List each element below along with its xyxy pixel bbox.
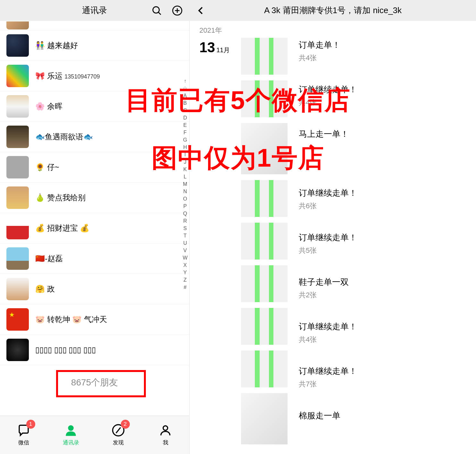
tab-label: 通讯录 [63, 439, 79, 446]
contact-list[interactable]: 👫 越来越好 🎀 乐运 13510947709🌸 余晖 🐟鱼遇雨欲语🐟 🌻 仔~… [0, 21, 189, 416]
index-letter[interactable]: P [183, 204, 187, 209]
date-month: 11月 [216, 46, 230, 54]
index-letter[interactable]: Q [183, 211, 187, 216]
moments-feed[interactable]: 2021年 1311月 订单走单！共4张订单继续走单！共4张马上走一单！订单继续… [190, 21, 476, 454]
post-content[interactable]: 订单走单！共4张 [299, 38, 466, 77]
post-thumb[interactable] [241, 308, 291, 345]
tab-me[interactable]: 我 [142, 416, 189, 454]
avatar [6, 95, 29, 118]
index-letter[interactable]: V [183, 248, 187, 253]
index-letter[interactable]: D [183, 115, 187, 120]
badge: 1 [26, 420, 35, 429]
post-image-count: 共4张 [299, 98, 466, 107]
index-letter[interactable]: X [183, 263, 187, 268]
index-letter[interactable]: W [183, 255, 188, 260]
contact-name: 🤗 政 [35, 284, 183, 294]
contact-item[interactable]: 🐟鱼遇雨欲语🐟 [0, 122, 189, 152]
index-letter[interactable]: A [183, 93, 187, 98]
avatar [6, 21, 29, 29]
tab-label: 发现 [113, 439, 124, 446]
contact-name: 🐟鱼遇雨欲语🐟 [35, 132, 183, 142]
index-letter[interactable]: G [183, 137, 187, 143]
contact-item[interactable]: 🤗 政 [0, 274, 189, 304]
tab-chats[interactable]: 微信1 [0, 416, 47, 454]
index-letter[interactable]: N [183, 189, 187, 194]
contact-item[interactable]: 🇨🇳-赵磊 [0, 244, 189, 274]
back-icon[interactable] [196, 6, 206, 15]
index-letter[interactable]: R [183, 219, 187, 224]
index-letter[interactable]: Z [184, 277, 187, 283]
index-letter[interactable]: F [184, 130, 187, 135]
post-thumb[interactable] [241, 38, 291, 75]
contact-item[interactable] [0, 21, 189, 30]
post-content[interactable]: 订单继续走单！共7张 [299, 364, 466, 403]
index-letter[interactable]: ↑ [184, 78, 186, 84]
post-text: 订单继续走单！ [299, 230, 466, 243]
svg-point-0 [153, 6, 159, 13]
post-image-count: 共5张 [299, 246, 466, 255]
post-content[interactable]: 订单继续走单！共6张 [299, 186, 466, 225]
post-content[interactable]: 鞋子走单一双共2张 [299, 275, 466, 314]
post-content[interactable]: 马上走一单！ [299, 127, 466, 180]
contact-name: 🐷 转乾坤 🐷 气冲天 [35, 314, 183, 325]
post-text: 棉服走一单 [299, 409, 466, 421]
avatar [6, 308, 29, 331]
contact-item[interactable]: 🌻 仔~ [0, 152, 189, 183]
badge: 2 [121, 420, 130, 429]
alpha-index[interactable]: ↑☆ABCDEFGHIJKLMNOPQRSTUVWXYZ# [183, 78, 188, 290]
index-letter[interactable]: M [183, 182, 187, 187]
avatar [6, 278, 29, 300]
contact-item[interactable]: 🐷 转乾坤 🐷 气冲天 [0, 304, 189, 335]
svg-line-1 [159, 12, 161, 14]
post-text-column: 订单走单！共4张订单继续走单！共4张马上走一单！订单继续走单！共6张订单继续走单… [291, 38, 466, 454]
post-thumb[interactable] [241, 223, 291, 260]
index-letter[interactable]: J [184, 160, 186, 165]
post-thumb[interactable] [241, 393, 291, 444]
contact-item[interactable]: 💰 招财进宝 💰 [0, 213, 189, 244]
post-content[interactable]: 订单继续走单！共4张 [299, 319, 466, 358]
friend-count: 8675个朋友 [71, 376, 118, 389]
index-letter[interactable]: T [184, 233, 187, 238]
post-thumb[interactable] [241, 123, 291, 174]
add-icon[interactable] [172, 5, 183, 16]
index-letter[interactable]: C [183, 108, 187, 113]
post-thumb[interactable] [241, 80, 291, 117]
thumbnail-image [241, 393, 288, 444]
index-letter[interactable]: U [183, 241, 187, 246]
avatar [6, 247, 29, 270]
contact-item[interactable]: 🍐 赞点我给别 [0, 183, 189, 213]
post-content[interactable]: 订单继续走单！共4张 [299, 82, 466, 121]
contact-item[interactable]: ▯▯▯▯ ▯▯▯ ▯▯▯ ▯▯▯ [0, 335, 189, 365]
index-letter[interactable]: ☆ [183, 86, 187, 91]
thumbnail-image [241, 265, 288, 302]
contact-item[interactable]: 🎀 乐运 13510947709 [0, 61, 189, 91]
post-thumb[interactable] [241, 265, 291, 302]
index-letter[interactable]: K [183, 167, 187, 172]
post-content[interactable]: 棉服走一单 [299, 409, 466, 454]
index-letter[interactable]: B [183, 101, 187, 106]
contacts-header: 通讯录 [0, 0, 189, 21]
index-letter[interactable]: I [184, 152, 186, 157]
tab-contacts[interactable]: 通讯录 [47, 416, 95, 454]
contact-item[interactable]: 🌸 余晖 [0, 91, 189, 122]
index-letter[interactable]: E [183, 123, 187, 128]
feed-day-row: 1311月 订单走单！共4张订单继续走单！共4张马上走一单！订单继续走单！共6张… [190, 38, 476, 454]
index-letter[interactable]: H [183, 145, 187, 150]
index-letter[interactable]: L [184, 174, 187, 179]
post-thumb[interactable] [241, 180, 291, 217]
avatar [6, 126, 29, 148]
post-thumb[interactable] [241, 351, 291, 387]
index-letter[interactable]: # [184, 285, 187, 290]
index-letter[interactable]: S [183, 226, 187, 231]
search-icon[interactable] [151, 5, 162, 16]
index-letter[interactable]: Y [183, 270, 187, 275]
post-text: 鞋子走单一双 [299, 275, 466, 288]
contact-item[interactable]: 👫 越来越好 [0, 30, 189, 61]
post-content[interactable]: 订单继续走单！共5张 [299, 230, 466, 269]
tab-discover[interactable]: 发现2 [95, 416, 142, 454]
moments-title: A 3k 莆田潮牌专供1号，请加 nice_3k [211, 5, 470, 16]
index-letter[interactable]: O [183, 196, 187, 202]
contact-name: 🎀 乐运 13510947709 [35, 71, 183, 81]
date-column: 1311月 [199, 38, 241, 454]
post-image-count: 共6张 [299, 201, 466, 211]
